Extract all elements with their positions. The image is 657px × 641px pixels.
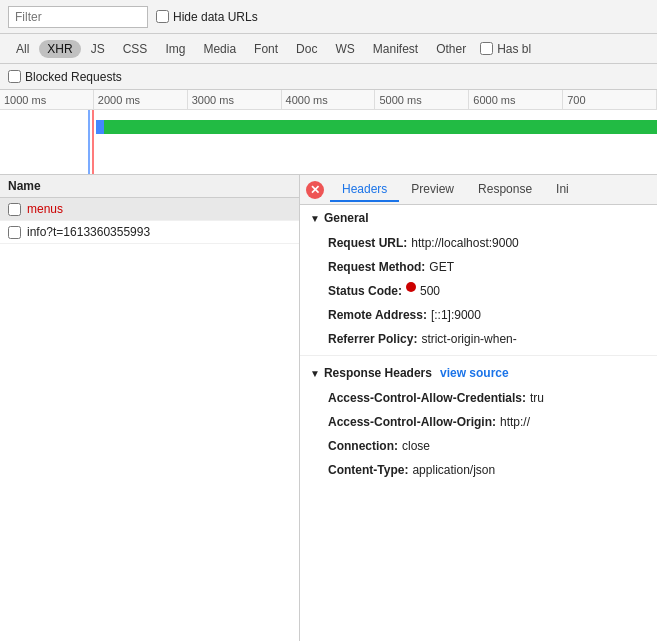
tab-other[interactable]: Other (428, 40, 474, 58)
filter-tabs-bar: All XHR JS CSS Img Media Font Doc WS Man… (0, 34, 657, 64)
status-code-key: Status Code: (328, 282, 402, 300)
tab-preview[interactable]: Preview (399, 178, 466, 202)
content-type-row: Content-Type: application/json (300, 458, 657, 482)
tab-font[interactable]: Font (246, 40, 286, 58)
close-button[interactable]: ✕ (306, 181, 324, 199)
response-headers-section-header: ▼ Response Headers view source (300, 360, 657, 386)
access-control-credentials-value: tru (530, 389, 544, 407)
toolbar: Hide data URLs (0, 0, 657, 34)
tab-css[interactable]: CSS (115, 40, 156, 58)
request-url-key: Request URL: (328, 234, 407, 252)
tick-1: 1000 ms (0, 90, 94, 109)
request-name-info: info?t=1613360355993 (27, 225, 150, 239)
has-blocked-checkbox[interactable] (480, 42, 493, 55)
request-checkbox-info[interactable] (8, 226, 21, 239)
tick-7: 700 (563, 90, 657, 109)
timeline-red-vline (92, 110, 94, 175)
timeline-ruler: 1000 ms 2000 ms 3000 ms 4000 ms 5000 ms … (0, 90, 657, 110)
access-control-credentials-key: Access-Control-Allow-Credentials: (328, 389, 526, 407)
has-blocked-label: Has bl (480, 42, 531, 56)
request-item-info[interactable]: info?t=1613360355993 (0, 221, 299, 244)
timeline-green-bar (96, 120, 657, 134)
general-section-header: ▼ General (300, 205, 657, 231)
request-list-header: Name (0, 175, 299, 198)
remote-address-value: [::1]:9000 (431, 306, 481, 324)
filter-input[interactable] (8, 6, 148, 28)
tab-response[interactable]: Response (466, 178, 544, 202)
request-item-menus[interactable]: menus (0, 198, 299, 221)
tab-xhr[interactable]: XHR (39, 40, 80, 58)
request-name-menus: menus (27, 202, 63, 216)
tab-doc[interactable]: Doc (288, 40, 325, 58)
connection-row: Connection: close (300, 434, 657, 458)
remote-address-key: Remote Address: (328, 306, 427, 324)
request-method-row: Request Method: GET (300, 255, 657, 279)
access-control-origin-key: Access-Control-Allow-Origin: (328, 413, 496, 431)
content-type-value: application/json (412, 461, 495, 479)
access-control-origin-value: http:// (500, 413, 530, 431)
tick-5: 5000 ms (375, 90, 469, 109)
tab-all[interactable]: All (8, 40, 37, 58)
timeline-blue-vline (88, 110, 90, 175)
status-code-value: 500 (420, 282, 440, 300)
general-triangle-icon: ▼ (310, 213, 320, 224)
tab-manifest[interactable]: Manifest (365, 40, 426, 58)
section-divider-1 (300, 355, 657, 356)
tick-3: 3000 ms (188, 90, 282, 109)
blocked-requests-label[interactable]: Blocked Requests (8, 70, 122, 84)
access-control-origin-row: Access-Control-Allow-Origin: http:// (300, 410, 657, 434)
timeline-blue-bar (96, 120, 104, 134)
tick-2: 2000 ms (94, 90, 188, 109)
timeline-bars (0, 110, 657, 175)
hide-data-urls-checkbox[interactable] (156, 10, 169, 23)
referrer-policy-row: Referrer Policy: strict-origin-when- (300, 327, 657, 351)
tab-headers[interactable]: Headers (330, 178, 399, 202)
view-source-link[interactable]: view source (440, 366, 509, 380)
tick-6: 6000 ms (469, 90, 563, 109)
status-code-row: Status Code: 500 (300, 279, 657, 303)
response-headers-triangle-icon: ▼ (310, 368, 320, 379)
tab-initiator[interactable]: Ini (544, 178, 581, 202)
request-url-value: http://localhost:9000 (411, 234, 518, 252)
access-control-credentials-row: Access-Control-Allow-Credentials: tru (300, 386, 657, 410)
detail-content: ▼ General Request URL: http://localhost:… (300, 205, 657, 482)
detail-panel: ✕ Headers Preview Response Ini ▼ General… (300, 175, 657, 641)
tab-js[interactable]: JS (83, 40, 113, 58)
content-type-key: Content-Type: (328, 461, 408, 479)
main-panel: Name menus info?t=1613360355993 ✕ Header… (0, 175, 657, 641)
blocked-requests-row: Blocked Requests (0, 64, 657, 90)
remote-address-row: Remote Address: [::1]:9000 (300, 303, 657, 327)
detail-tabs-bar: ✕ Headers Preview Response Ini (300, 175, 657, 205)
hide-data-urls-text: Hide data URLs (173, 10, 258, 24)
status-dot-icon (406, 282, 416, 292)
request-checkbox-menus[interactable] (8, 203, 21, 216)
blocked-requests-checkbox[interactable] (8, 70, 21, 83)
connection-key: Connection: (328, 437, 398, 455)
tab-ws[interactable]: WS (327, 40, 362, 58)
request-method-value: GET (429, 258, 454, 276)
request-list: Name menus info?t=1613360355993 (0, 175, 300, 641)
timeline: 1000 ms 2000 ms 3000 ms 4000 ms 5000 ms … (0, 90, 657, 175)
request-url-row: Request URL: http://localhost:9000 (300, 231, 657, 255)
request-method-key: Request Method: (328, 258, 425, 276)
tab-media[interactable]: Media (195, 40, 244, 58)
referrer-policy-value: strict-origin-when- (421, 330, 516, 348)
tab-img[interactable]: Img (157, 40, 193, 58)
referrer-policy-key: Referrer Policy: (328, 330, 417, 348)
hide-data-urls-label[interactable]: Hide data URLs (156, 10, 258, 24)
connection-value: close (402, 437, 430, 455)
tick-4: 4000 ms (282, 90, 376, 109)
